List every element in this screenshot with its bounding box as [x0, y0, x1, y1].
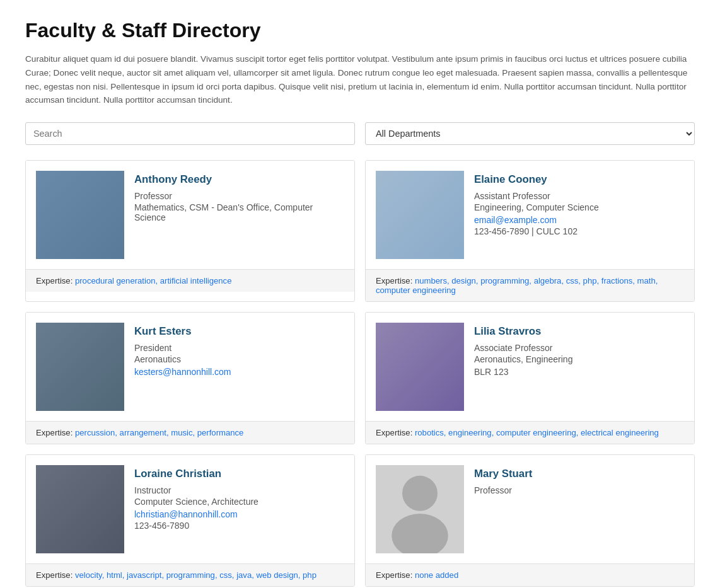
page-description: Curabitur aliquet quam id dui posuere bl… — [25, 52, 695, 107]
person-expertise: Expertise: percussion, arrangement, musi… — [26, 421, 354, 444]
card-info: Kurt EstersPresidentAeronauticskesters@h… — [134, 323, 344, 411]
expertise-label: Expertise: — [36, 570, 75, 580]
svg-point-11 — [392, 514, 448, 553]
person-expertise: Expertise: numbers, design, programming,… — [366, 269, 694, 301]
expertise-label: Expertise: — [376, 428, 415, 437]
person-contact: 123-456-7890 — [134, 521, 344, 531]
person-card[interactable]: Lilia StravrosAssociate ProfessorAeronau… — [365, 312, 695, 444]
person-department: Mathematics, CSM - Dean's Office, Comput… — [134, 202, 344, 222]
svg-rect-3 — [376, 171, 464, 259]
person-photo — [36, 171, 124, 259]
expertise-items: none added — [415, 570, 458, 580]
card-info: Loraine ChristianInstructorComputer Scie… — [134, 465, 344, 553]
card-top: Loraine ChristianInstructorComputer Scie… — [26, 455, 354, 563]
svg-point-10 — [402, 476, 438, 511]
person-photo-placeholder — [376, 465, 464, 553]
person-card[interactable]: Mary StuartProfessorExpertise: none adde… — [365, 454, 695, 587]
expertise-items: numbers, design, programming, algebra, c… — [376, 276, 658, 295]
person-name: Elaine Cooney — [474, 173, 684, 186]
person-contact: 123-456-7890 | CULC 102 — [474, 226, 684, 236]
person-expertise: Expertise: none added — [366, 563, 694, 586]
person-expertise: Expertise: procedural generation, artifi… — [26, 269, 354, 292]
person-name: Mary Stuart — [474, 468, 684, 480]
person-card[interactable]: Anthony ReedyProfessorMathematics, CSM -… — [25, 160, 355, 302]
person-photo — [36, 323, 124, 411]
person-title: Professor — [474, 485, 684, 495]
person-department: Computer Science, Architecture — [134, 497, 344, 507]
people-grid: Anthony ReedyProfessorMathematics, CSM -… — [25, 160, 695, 587]
card-info: Mary StuartProfessor — [474, 465, 684, 553]
card-info: Anthony ReedyProfessorMathematics, CSM -… — [134, 171, 344, 259]
person-department: Aeronautics — [134, 354, 344, 364]
card-info: Elaine CooneyAssistant ProfessorEngineer… — [474, 171, 684, 259]
expertise-label: Expertise: — [376, 276, 415, 285]
person-email[interactable]: email@example.com — [474, 215, 684, 225]
svg-rect-5 — [36, 323, 124, 411]
person-department: Aeronautics, Engineering — [474, 354, 684, 364]
expertise-label: Expertise: — [36, 276, 75, 285]
expertise-items: velocity, html, javascript, programming,… — [75, 570, 316, 580]
department-select[interactable]: All Departments Mathematics Computer Sci… — [365, 122, 695, 145]
person-title: President — [134, 343, 344, 353]
person-name: Kurt Esters — [134, 325, 344, 338]
person-expertise: Expertise: velocity, html, javascript, p… — [26, 563, 354, 586]
card-top: Mary StuartProfessor — [366, 455, 694, 563]
person-title: Assistant Professor — [474, 191, 684, 201]
person-email[interactable]: lchristian@hannonhill.com — [134, 509, 344, 519]
expertise-label: Expertise: — [36, 428, 75, 437]
person-photo — [36, 465, 124, 553]
expertise-label: Expertise: — [376, 570, 415, 580]
person-title: Instructor — [134, 485, 344, 495]
svg-rect-1 — [36, 171, 124, 259]
person-card[interactable]: Kurt EstersPresidentAeronauticskesters@h… — [25, 312, 355, 444]
person-department: Engineering, Computer Science — [474, 202, 684, 212]
card-top: Lilia StravrosAssociate ProfessorAeronau… — [366, 313, 694, 421]
person-name: Anthony Reedy — [134, 173, 344, 186]
expertise-items: robotics, engineering, computer engineer… — [415, 428, 659, 437]
person-expertise: Expertise: robotics, engineering, comput… — [366, 421, 694, 444]
svg-rect-7 — [376, 323, 464, 411]
filters-bar: All Departments Mathematics Computer Sci… — [25, 122, 695, 145]
expertise-items: percussion, arrangement, music, performa… — [75, 428, 243, 437]
person-email[interactable]: kesters@hannonhill.com — [134, 367, 344, 377]
person-card[interactable]: Elaine CooneyAssistant ProfessorEngineer… — [365, 160, 695, 302]
card-top: Kurt EstersPresidentAeronauticskesters@h… — [26, 313, 354, 421]
search-input[interactable] — [25, 122, 355, 145]
person-photo — [376, 323, 464, 411]
person-name: Lilia Stravros — [474, 325, 684, 338]
card-top: Elaine CooneyAssistant ProfessorEngineer… — [366, 161, 694, 269]
person-name: Loraine Christian — [134, 468, 344, 480]
person-photo — [376, 171, 464, 259]
person-card[interactable]: Loraine ChristianInstructorComputer Scie… — [25, 454, 355, 587]
expertise-items: procedural generation, artificial intell… — [75, 276, 232, 285]
person-title: Associate Professor — [474, 343, 684, 353]
svg-rect-9 — [36, 465, 124, 553]
card-info: Lilia StravrosAssociate ProfessorAeronau… — [474, 323, 684, 411]
page-title: Faculty & Staff Directory — [25, 19, 695, 42]
card-top: Anthony ReedyProfessorMathematics, CSM -… — [26, 161, 354, 269]
person-title: Professor — [134, 191, 344, 201]
person-contact: BLR 123 — [474, 367, 684, 377]
